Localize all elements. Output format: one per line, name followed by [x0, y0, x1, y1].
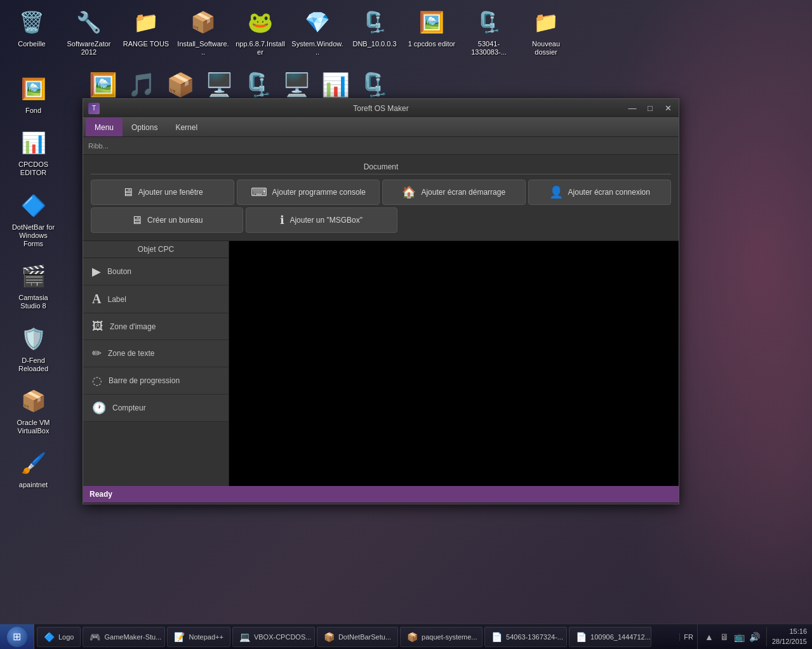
left-icon-dotnetbar[interactable]: 🔷 DotNetBar for Windows Forms [6, 187, 60, 252]
panel-item-zone-image[interactable]: 🖼 Zone d'image [83, 313, 229, 340]
close-button[interactable]: ✕ [660, 102, 676, 115]
taskbar-item-54063[interactable]: 📄 54063-1367324-... [484, 627, 567, 647]
system_windows-label: System.Window... [291, 40, 343, 56]
nouveau_dossier-label: Nouveau dossier [520, 40, 572, 56]
desktop-icon-install_software[interactable]: 📦 Install_Software... [175, 3, 232, 60]
second-icon-s8[interactable]: 🗜️ [360, 72, 389, 98]
left-icon-fond[interactable]: 🖼️ Fond [6, 70, 60, 119]
maximize-button[interactable]: □ [642, 102, 658, 115]
connexion-label: Ajouter écran connexion [568, 188, 650, 197]
doc-buttons-row2: 🖥 Créer un bureau ℹ Ajouter un "MSGBox" [91, 207, 671, 233]
panel-item-compteur[interactable]: 🕐 Compteur [83, 395, 229, 422]
bouton-label: Bouton [107, 267, 131, 276]
desktop-top-icons: 🗑️ Corbeille 🔧 SoftwareZator 2012 📁 RANG… [0, 3, 812, 60]
dotnetbarsetu-taskbar-label: DotNetBarSetu... [338, 633, 391, 641]
dotnetbarsetu-taskbar-icon: 📦 [324, 632, 335, 642]
tab-menu[interactable]: Menu [86, 118, 123, 136]
second-icon-s3[interactable]: 📦 [166, 72, 195, 98]
desktop-icon-range_tous[interactable]: 📁 RANGE TOUS [117, 3, 175, 60]
zone-texte-icon: ✏ [92, 346, 102, 360]
dnb-icon: 🗜️ [359, 7, 390, 37]
msgbox-icon: ℹ [280, 213, 284, 227]
apaintnet-icon: 🖌️ [18, 448, 49, 478]
second-icon-s7[interactable]: 📊 [321, 72, 350, 98]
system-tray: ▲ 🖥 📺 🔊 [697, 624, 766, 649]
clock-date: 28/12/2015 [772, 637, 807, 646]
doc-buttons-row1: 🖥 Ajouter une fenêtre ⌨ Ajouter programm… [91, 180, 671, 205]
install_software-label: Install_Software... [177, 40, 229, 56]
54063-taskbar-label: 54063-1367324-... [506, 633, 563, 641]
quick-access-label: Ribb... [88, 142, 109, 150]
zone-image-label: Zone d'image [110, 322, 156, 331]
ajouter-msgbox-button[interactable]: ℹ Ajouter un "MSGBox" [246, 207, 398, 233]
creer-bureau-button[interactable]: 🖥 Créer un bureau [91, 207, 243, 233]
tray-arrow-icon[interactable]: ▲ [703, 631, 715, 643]
100906-taskbar-label: 100906_1444712... [590, 633, 651, 641]
fenetre-label: Ajouter une fenêtre [138, 188, 203, 197]
panel-item-label[interactable]: A Label [83, 285, 229, 313]
desktop-icon-corbeille[interactable]: 🗑️ Corbeille [3, 3, 60, 60]
left-icon-dfend[interactable]: 🛡️ D-Fend Reloaded [6, 320, 60, 377]
system_windows-icon: 💎 [302, 7, 333, 37]
notepadpp-taskbar-label: Notepad++ [189, 633, 223, 641]
second-icon-s5[interactable]: 🗜️ [244, 72, 272, 98]
app-window: T Toreft OS Maker — □ ✕ Menu Options Ker… [83, 98, 679, 504]
ajouter-programme-button[interactable]: ⌨ Ajouter programme console [237, 180, 380, 205]
desktop-icon-npp_installer[interactable]: 🐸 npp.6.8.7.Installer [232, 3, 289, 60]
notepadpp-taskbar-icon: 📝 [174, 632, 185, 642]
status-text: Ready [90, 490, 112, 499]
taskbar-item-paquet_systeme[interactable]: 📦 paquet-systeme... [400, 627, 483, 647]
cpcdos_editor2-label: CPCDOS EDITOR [9, 161, 58, 177]
taskbar-item-100906[interactable]: 📄 100906_1444712... [569, 627, 651, 647]
dfend-label: D-Fend Reloaded [9, 357, 58, 373]
ajouter-ecran-connexion-button[interactable]: 👤 Ajouter écran connexion [528, 180, 672, 205]
left-icon-virtualbox[interactable]: 📦 Oracle VM VirtualBox [6, 382, 60, 439]
taskbar-item-notepadpp[interactable]: 📝 Notepad++ [167, 627, 230, 647]
dnb-label: DNB_10.0.0.3 [352, 40, 396, 48]
taskbar-item-dotnetbarsetu[interactable]: 📦 DotNetBarSetu... [317, 627, 398, 647]
language-indicator[interactable]: FR [679, 633, 697, 641]
fond-icon: 🖼️ [18, 74, 49, 104]
apaintnet-label: apaintnet [19, 481, 48, 489]
panel-item-zone-texte[interactable]: ✏ Zone de texte [83, 340, 229, 367]
minimize-button[interactable]: — [624, 102, 641, 115]
left-icon-camtasia[interactable]: 🎬 Camtasia Studio 8 [6, 257, 60, 314]
lang-text: FR [684, 633, 693, 641]
clock-area[interactable]: 15:16 28/12/2015 [766, 627, 812, 646]
tray-volume-icon[interactable]: 🔊 [749, 631, 761, 643]
left-icon-apaintnet[interactable]: 🖌️ apaintnet [6, 444, 60, 493]
second-icon-s1[interactable]: 🖼️ [89, 72, 117, 98]
programme-icon: ⌨ [251, 185, 267, 199]
document-header: Document [91, 160, 671, 174]
taskbar-item-gamemaker[interactable]: 🎮 GameMaker-Stu... [83, 627, 165, 647]
second-icon-s6[interactable]: 🖥️ [283, 72, 311, 98]
taskbar-item-logo[interactable]: 🔷 Logo [37, 627, 81, 647]
ajouter-fenetre-button[interactable]: 🖥 Ajouter une fenêtre [91, 180, 234, 205]
second-icon-s2[interactable]: 🎵 [128, 72, 156, 98]
gamemaker-taskbar-label: GameMaker-Stu... [104, 633, 161, 641]
tray-network-icon[interactable]: 🖥 [718, 631, 731, 643]
desktop-icon-dnb[interactable]: 🗜️ DNB_10.0.0.3 [346, 3, 403, 60]
left-icon-cpcdos_editor2[interactable]: 📊 CPCDOS EDITOR [6, 124, 60, 181]
panel-item-barre-progression[interactable]: ◌ Barre de progression [83, 367, 229, 395]
desktop-icon-system_windows[interactable]: 💎 System.Window... [289, 3, 346, 60]
connexion-icon: 👤 [549, 185, 563, 199]
desktop-icon-53041[interactable]: 🗜️ 53041-1330083-... [460, 3, 517, 60]
tab-options[interactable]: Options [123, 118, 166, 136]
desktop-icon-softwarezator[interactable]: 🔧 SoftwareZator 2012 [60, 3, 117, 60]
taskbar-item-vbox_cpcdos[interactable]: 💻 VBOX-CPCDOS... [232, 627, 315, 647]
second-row-icons: 🖼️🎵📦🖥️🗜️🖥️📊🗜️ [83, 69, 395, 102]
desktop-icon-cpcdos_editor[interactable]: 🖼️ 1 cpcdos editor [403, 3, 460, 60]
desktop-icon-nouveau_dossier[interactable]: 📁 Nouveau dossier [517, 3, 575, 60]
compteur-label: Compteur [112, 403, 146, 412]
range_tous-icon: 📁 [131, 7, 161, 37]
desktop: 🗑️ Corbeille 🔧 SoftwareZator 2012 📁 RANG… [0, 0, 812, 649]
panel-item-bouton[interactable]: ▶ Bouton [83, 258, 229, 285]
second-icon-s4[interactable]: 🖥️ [205, 72, 234, 98]
corbeille-icon: 🗑️ [17, 7, 47, 37]
quick-access-bar: Ribb... [83, 137, 679, 155]
tray-display-icon[interactable]: 📺 [733, 631, 746, 643]
start-button[interactable]: ⊞ [0, 624, 34, 650]
ajouter-ecran-demarrage-button[interactable]: 🏠 Ajouter écran démarrage [382, 180, 526, 205]
tab-kernel[interactable]: Kernel [166, 118, 206, 136]
